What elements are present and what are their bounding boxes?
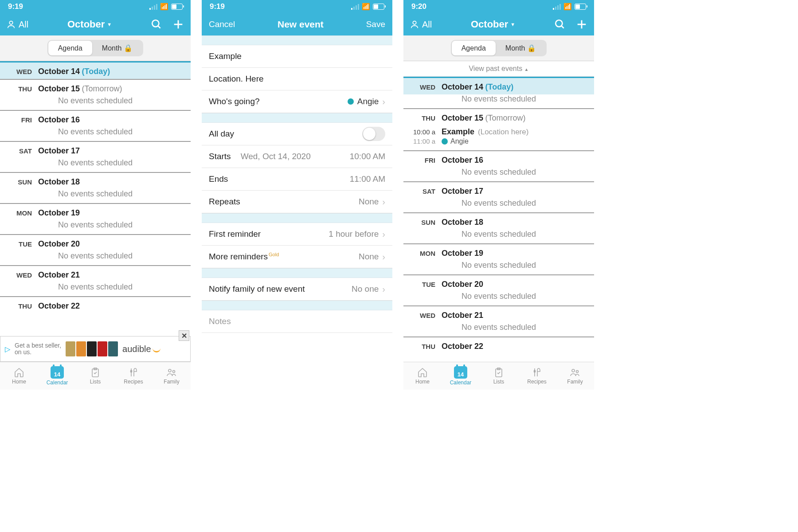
more-reminders-label: More remindersGold: [209, 252, 279, 262]
lists-icon: [493, 367, 505, 378]
search-button[interactable]: [151, 19, 162, 30]
event-times: 10:00 a11:00 a: [403, 127, 435, 146]
save-button[interactable]: Save: [366, 20, 385, 29]
starts-row[interactable]: Starts Wed, Oct 14, 2020 10:00 AM: [202, 145, 392, 168]
filter-all[interactable]: All: [410, 20, 432, 30]
no-events-label: No events scheduled: [403, 168, 594, 181]
notify-row[interactable]: Notify family of new event No one›: [202, 278, 392, 301]
day-abbr: WED: [0, 68, 32, 75]
no-events-label: No events scheduled: [0, 220, 191, 234]
day-date: October 18: [38, 177, 80, 186]
svg-line-2: [158, 26, 160, 28]
nav-header: All October▼: [403, 13, 594, 35]
view-segment: Agenda Month 🔒: [0, 35, 191, 61]
more-reminders-row[interactable]: More remindersGold None›: [202, 246, 392, 268]
segment-agenda[interactable]: Agenda: [452, 41, 496, 55]
plus-icon: [172, 18, 184, 31]
tab-family-label: Family: [567, 379, 583, 385]
title-field[interactable]: Example: [202, 45, 392, 68]
status-indicators: 📶: [149, 3, 183, 11]
screenshot-agenda-empty: 9:19 📶 All October▼ Agenda Month: [0, 0, 191, 390]
segment-month-label: Month: [102, 44, 121, 52]
day-header: SATOctober 17: [403, 181, 594, 199]
svg-point-9: [555, 20, 562, 27]
tab-calendar[interactable]: 14 Calendar: [442, 362, 480, 390]
no-events-label: No events scheduled: [0, 282, 191, 296]
wifi-icon: 📶: [362, 3, 370, 11]
filter-all[interactable]: All: [6, 20, 28, 30]
svg-point-6: [168, 369, 171, 372]
search-button[interactable]: [554, 19, 566, 30]
allday-toggle[interactable]: [362, 127, 385, 141]
location-field[interactable]: Location. Here: [202, 68, 392, 90]
tab-home[interactable]: Home: [403, 362, 442, 390]
tab-family[interactable]: Family: [556, 362, 594, 390]
signal-icon: [553, 4, 561, 10]
add-button[interactable]: [575, 18, 588, 31]
tab-calendar[interactable]: 14 Calendar: [38, 362, 76, 390]
segment-month[interactable]: Month 🔒: [92, 41, 142, 55]
lock-icon: 🔒: [124, 44, 133, 52]
tab-recipes[interactable]: Recipes: [518, 362, 556, 390]
status-indicators: 📶: [351, 3, 384, 11]
ad-banner[interactable]: ✕ ▷ Get a best seller, on us. audible: [0, 336, 191, 362]
day-abbr: FRI: [403, 156, 435, 164]
tab-lists[interactable]: Lists: [76, 362, 114, 390]
wifi-icon: 📶: [160, 3, 168, 11]
day-header: WEDOctober 14 (Today): [0, 61, 191, 79]
ad-copy: Get a best seller, on us.: [15, 342, 61, 356]
filter-all-label: All: [19, 20, 28, 30]
tab-calendar-label: Calendar: [450, 379, 472, 386]
agenda-list[interactable]: WEDOctober 14 (Today)No events scheduled…: [403, 77, 594, 362]
segment-month[interactable]: Month 🔒: [496, 41, 546, 55]
form-header: Cancel New event Save: [202, 13, 392, 35]
tab-recipes-label: Recipes: [527, 379, 546, 385]
day-date: October 21: [38, 270, 80, 279]
no-events-label: No events scheduled: [403, 323, 594, 336]
day-date: October 14: [38, 67, 80, 76]
tab-home[interactable]: Home: [0, 362, 38, 390]
svg-point-14: [572, 369, 575, 372]
tab-family[interactable]: Family: [153, 362, 191, 390]
day-header: THUOctober 22: [403, 336, 594, 354]
ad-line2: on us.: [15, 348, 31, 356]
segment-agenda-label: Agenda: [462, 44, 486, 52]
who-value: Angie: [357, 97, 379, 106]
notes-field[interactable]: Notes: [202, 310, 392, 333]
form-title: New event: [278, 19, 324, 30]
add-button[interactable]: [172, 18, 184, 31]
month-picker[interactable]: October▼: [471, 19, 515, 30]
repeats-row[interactable]: Repeats None›: [202, 191, 392, 213]
month-picker[interactable]: October▼: [67, 19, 112, 30]
repeats-label: Repeats: [209, 197, 240, 207]
cancel-button[interactable]: Cancel: [209, 20, 235, 29]
agenda-event[interactable]: 10:00 a11:00 aExample (Location here)Ang…: [403, 125, 594, 150]
tab-lists[interactable]: Lists: [480, 362, 518, 390]
tab-recipes[interactable]: Recipes: [114, 362, 153, 390]
first-reminder-row[interactable]: First reminder 1 hour before›: [202, 223, 392, 246]
who-row[interactable]: Who's going? Angie›: [202, 90, 392, 113]
day-abbr: WED: [0, 271, 32, 279]
day-header: TUEOctober 20: [0, 234, 191, 251]
signal-icon: [351, 4, 359, 10]
day-abbr: MON: [0, 209, 32, 217]
chevron-right-icon: ›: [382, 197, 385, 207]
ad-close-button[interactable]: ✕: [179, 330, 189, 341]
day-abbr: THU: [0, 302, 32, 310]
day-abbr: THU: [0, 85, 32, 93]
svg-point-8: [413, 21, 416, 24]
notes-placeholder: Notes: [209, 317, 231, 326]
day-abbr: SUN: [403, 219, 435, 226]
view-past-events[interactable]: View past events ▲: [403, 61, 594, 77]
agenda-list[interactable]: WEDOctober 14 (Today)THUOctober 15 (Tomo…: [0, 61, 191, 336]
starts-time: 10:00 AM: [350, 152, 385, 161]
ends-row[interactable]: Ends 11:00 AM: [202, 168, 392, 191]
day-date: October 15: [38, 84, 80, 93]
day-tag: (Today): [485, 82, 514, 91]
day-date: October 17: [442, 187, 483, 196]
day-date: October 22: [442, 342, 483, 351]
no-events-label: No events scheduled: [0, 189, 191, 203]
segment-agenda[interactable]: Agenda: [48, 41, 92, 55]
current-month: October: [471, 19, 508, 30]
screenshot-new-event: 9:19 📶 Cancel New event Save Example Loc…: [202, 0, 392, 390]
